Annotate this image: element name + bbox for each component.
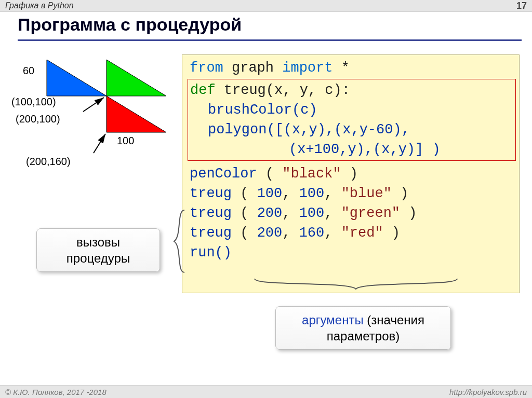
label-60: 60 (23, 65, 34, 77)
svg-marker-0 (47, 60, 107, 96)
code-line-call-3: treug ( 200, 160, "red" ) (190, 223, 514, 243)
code-line-call-2: treug ( 200, 100, "green" ) (190, 203, 514, 223)
callout-left-line2: процедуры (46, 250, 150, 266)
footer-bar: © К.Ю. Поляков, 2017 -2018 http://kpolya… (0, 385, 532, 398)
brace-left-icon (171, 208, 187, 275)
callout-arguments: аргументы (значения параметров) (275, 306, 451, 350)
code-line-pencolor: penColor ( "black" ) (190, 164, 514, 184)
footer-copyright: © К.Ю. Поляков, 2017 -2018 (5, 388, 107, 396)
header-topic: Графика в Python (5, 1, 74, 10)
diagram: 60 100 (100,100) (200,100) (200,160) (10, 52, 177, 187)
header-bar: Графика в Python 17 (0, 0, 532, 12)
coord-100-100: (100,100) (11, 96, 56, 108)
svg-marker-1 (107, 60, 166, 96)
title-underline (18, 39, 522, 41)
code-line-polygon-2: (x+100,y),(x,y)] ) (190, 140, 513, 159)
callout-bottom-line1: аргументы (значения (285, 312, 441, 328)
footer-url: http://kpolyakov.spb.ru (449, 388, 527, 396)
code-line-polygon-1: polygon([(x,y),(x,y-60), (190, 120, 513, 140)
callout-left-line1: вызовы (46, 234, 150, 250)
code-line-def: def treug(x, y, c): (190, 80, 513, 100)
coord-200-100: (200,100) (16, 113, 60, 125)
code-line-import: from graph import * (190, 58, 514, 78)
label-100: 100 (117, 135, 134, 147)
svg-marker-2 (107, 96, 166, 132)
code-line-brushcolor: brushColor(c) (190, 100, 513, 120)
slide: Графика в Python 17 Программа с процедур… (0, 0, 532, 398)
code-line-call-1: treug ( 100, 100, "blue" ) (190, 184, 514, 203)
page-number: 17 (516, 1, 527, 11)
callout-procedure-calls: вызовы процедуры (36, 228, 160, 272)
slide-title: Программа с процедурой (18, 15, 242, 35)
code-panel: from graph import * def treug(x, y, c): … (182, 54, 520, 293)
callout-bottom-line2: параметров) (285, 328, 441, 344)
def-box: def treug(x, y, c): brushColor(c) polygo… (188, 79, 516, 161)
brace-bottom-icon (252, 276, 460, 292)
svg-line-4 (94, 134, 105, 153)
svg-line-3 (83, 98, 104, 112)
coord-200-160: (200,160) (26, 156, 71, 168)
code-line-run: run() (190, 243, 514, 263)
